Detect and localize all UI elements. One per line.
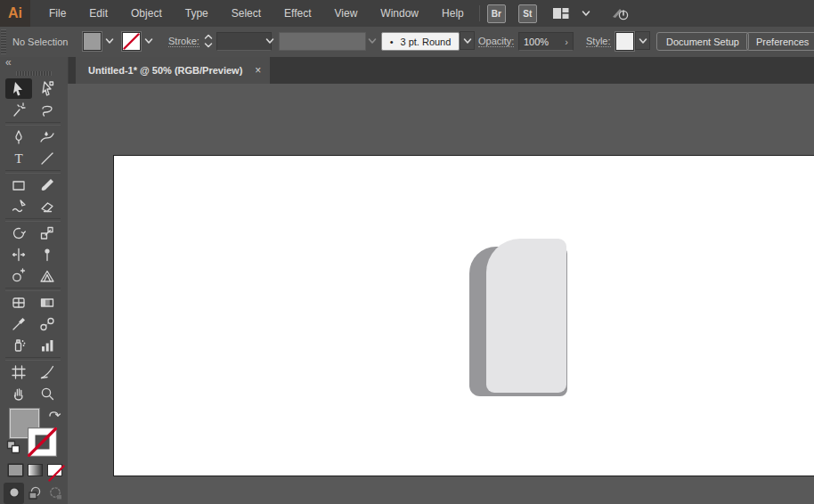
eyedropper-tool[interactable] <box>5 313 32 334</box>
workspace-switcher-icon[interactable] <box>551 5 571 21</box>
menu-item-view[interactable]: View <box>323 0 370 27</box>
opacity-label[interactable]: Opacity: <box>478 36 514 47</box>
stock-icon[interactable]: St <box>518 4 537 23</box>
tool-row <box>4 196 63 216</box>
mesh-tool[interactable] <box>5 292 32 313</box>
tool-row <box>4 100 63 120</box>
shaper-tool[interactable] <box>5 196 32 216</box>
brush-chevron-down-icon[interactable] <box>460 31 475 50</box>
none-button[interactable] <box>46 463 63 477</box>
menu-item-file[interactable]: File <box>37 0 77 27</box>
menu-item-edit[interactable]: Edit <box>77 0 119 27</box>
style-label[interactable]: Style: <box>586 36 611 47</box>
shape-builder-tool[interactable] <box>5 265 32 286</box>
draw-behind-button[interactable] <box>24 483 45 504</box>
style-swatch[interactable] <box>615 32 634 51</box>
rotate-tool[interactable] <box>5 223 32 243</box>
symbol-sprayer-tool[interactable] <box>5 335 32 355</box>
bridge-icon[interactable]: Br <box>487 4 506 23</box>
stroke-weight-chevron-down-icon[interactable] <box>263 31 276 50</box>
puppet-warp-tool[interactable] <box>34 244 61 264</box>
pen-tool[interactable] <box>5 126 32 147</box>
tab-close-icon[interactable]: × <box>255 64 261 77</box>
shape-front-layer[interactable] <box>486 239 566 393</box>
stroke-proxy-swatch[interactable] <box>28 427 57 457</box>
eraser-tool[interactable] <box>34 196 61 216</box>
width-profile-chevron-down-icon <box>365 31 379 50</box>
gpu-performance-icon[interactable] <box>610 4 631 23</box>
tool-row <box>4 362 63 382</box>
color-button[interactable] <box>7 463 24 477</box>
illustrator-window: Ai FileEditObjectTypeSelectEffectViewWin… <box>0 0 814 504</box>
stroke-chevron-down-icon[interactable] <box>142 31 155 50</box>
tools-panel-grip[interactable] <box>16 71 52 76</box>
draw-inside-button[interactable] <box>45 483 65 504</box>
paintbrush-tool[interactable] <box>34 175 61 195</box>
lasso-tool[interactable] <box>34 100 61 120</box>
opacity-value: 100% <box>524 37 549 47</box>
default-fill-stroke-icon[interactable] <box>6 440 20 458</box>
tool-row <box>4 265 63 286</box>
artboard[interactable] <box>113 155 814 476</box>
collapse-panel-icon[interactable]: « <box>5 56 11 69</box>
line-segment-tool[interactable] <box>34 148 61 168</box>
tool-group-separator <box>5 122 61 126</box>
opacity-arrow-icon[interactable]: › <box>565 37 568 47</box>
menu-bar: Ai FileEditObjectTypeSelectEffectViewWin… <box>0 0 814 27</box>
tool-row <box>4 175 63 195</box>
scale-tool[interactable] <box>34 223 61 243</box>
menu-item-help[interactable]: Help <box>430 0 476 27</box>
illustrator-logo: Ai <box>0 0 30 27</box>
hand-tool[interactable] <box>5 383 32 403</box>
slice-tool[interactable] <box>34 362 61 382</box>
menu-item-effect[interactable]: Effect <box>273 0 322 27</box>
control-bar: No Selection Stroke: • 3 pt. Round Opaci… <box>0 27 814 58</box>
fill-chevron-down-icon[interactable] <box>102 31 116 50</box>
document-tab[interactable]: Untitled-1* @ 50% (RGB/Preview) × <box>76 57 270 84</box>
stroke-color-swatch[interactable] <box>122 32 141 51</box>
style-chevron-down-icon[interactable] <box>635 31 650 50</box>
column-graph-tool[interactable] <box>34 335 61 355</box>
width-tool[interactable] <box>5 244 32 264</box>
artboard-tool[interactable] <box>5 362 32 382</box>
selection-tool[interactable] <box>5 78 32 99</box>
blend-tool[interactable] <box>34 313 61 334</box>
zoom-tool[interactable] <box>34 383 61 403</box>
menu-item-type[interactable]: Type <box>174 0 220 27</box>
panel-grip[interactable] <box>1 29 6 54</box>
tool-group-separator <box>5 288 61 291</box>
tool-row <box>4 244 63 264</box>
magic-wand-tool[interactable] <box>5 100 32 120</box>
menu-separator <box>479 5 480 21</box>
tool-group-separator <box>5 170 61 174</box>
width-profile-select <box>279 32 366 51</box>
tool-row <box>4 335 63 355</box>
document-setup-button[interactable]: Document Setup <box>656 32 749 51</box>
stroke-weight-label[interactable]: Stroke: <box>168 36 199 47</box>
gradient-tool[interactable] <box>34 292 61 313</box>
brush-definition-select[interactable]: • 3 pt. Round <box>381 32 460 51</box>
direct-selection-tool[interactable] <box>34 78 61 99</box>
brush-preview-dot: • <box>390 37 394 47</box>
document-tab-title: Untitled-1* @ 50% (RGB/Preview) <box>88 65 242 76</box>
menu-items: FileEditObjectTypeSelectEffectViewWindow… <box>37 0 476 27</box>
rectangle-tool[interactable] <box>5 175 32 195</box>
gradient-button[interactable] <box>27 463 44 477</box>
draw-normal-button[interactable] <box>4 483 24 504</box>
document-tab-bar: Untitled-1* @ 50% (RGB/Preview) × <box>68 57 814 84</box>
perspective-grid-tool[interactable] <box>34 265 61 286</box>
swap-fill-stroke-icon[interactable] <box>46 407 62 425</box>
menu-item-select[interactable]: Select <box>220 0 273 27</box>
opacity-input[interactable]: 100% › <box>518 32 574 51</box>
curvature-tool[interactable] <box>34 126 61 147</box>
stroke-weight-stepper[interactable] <box>203 31 214 54</box>
menu-item-window[interactable]: Window <box>369 0 430 27</box>
type-tool[interactable]: T <box>5 148 32 168</box>
chevron-down-icon[interactable] <box>580 7 592 20</box>
canvas-area[interactable] <box>68 84 814 504</box>
tool-row <box>4 126 63 147</box>
menu-item-object[interactable]: Object <box>119 0 174 27</box>
preferences-button[interactable]: Preferences <box>746 32 814 51</box>
fill-color-swatch[interactable] <box>83 32 102 51</box>
tool-group-separator <box>5 218 61 222</box>
